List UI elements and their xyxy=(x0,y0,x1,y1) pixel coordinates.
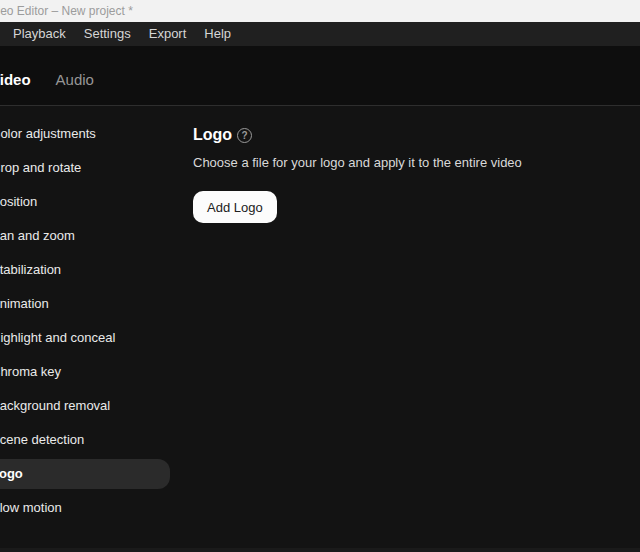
tab-video[interactable]: Video xyxy=(0,71,31,88)
sidebar-item-label: Scene detection xyxy=(0,423,84,457)
tab-audio[interactable]: Audio xyxy=(56,71,94,88)
menu-item-playback[interactable]: Playback xyxy=(4,22,75,46)
menu-item-help[interactable]: Help xyxy=(195,22,240,46)
tools-sidebar: Color adjustmentsCrop and rotatePosition… xyxy=(0,98,180,525)
sidebar-item-animation[interactable]: Animation xyxy=(0,287,180,321)
bottom-panel-edge xyxy=(0,548,640,552)
sidebar-item-label: Slow motion xyxy=(0,491,62,525)
sidebar-item-stabilization[interactable]: Stabilization xyxy=(0,253,180,287)
sidebar-item-label: Pan and zoom xyxy=(0,219,75,253)
sidebar-item-label: Position xyxy=(0,185,37,219)
panel-description: Choose a file for your logo and apply it… xyxy=(193,155,522,170)
help-icon[interactable]: ? xyxy=(237,128,252,143)
sidebar-item-label: Animation xyxy=(0,287,49,321)
panel-title: Logo xyxy=(193,126,232,144)
sidebar-item-background-removal[interactable]: Background removal xyxy=(0,389,180,423)
tab-bar: VideoAudio xyxy=(0,46,640,106)
sidebar-item-label: Stabilization xyxy=(0,253,61,287)
window-title-bar[interactable]: Video Editor – New project * xyxy=(0,0,640,22)
add-logo-button[interactable]: Add Logo xyxy=(193,191,277,223)
sidebar-item-label: Background removal xyxy=(0,389,110,423)
sidebar-item-crop-and-rotate[interactable]: Crop and rotate xyxy=(0,151,180,185)
sidebar-item-label: Color adjustments xyxy=(0,117,96,151)
menu-bar: PlaybackSettingsExportHelp xyxy=(0,22,640,46)
sidebar-item-logo[interactable]: Logo xyxy=(0,457,180,491)
sidebar-item-label: Logo xyxy=(0,457,23,491)
sidebar-item-chroma-key[interactable]: Chroma key xyxy=(0,355,180,389)
menu-item-export[interactable]: Export xyxy=(140,22,196,46)
sidebar-item-slow-motion[interactable]: Slow motion xyxy=(0,491,180,525)
sidebar-item-label: Highlight and conceal xyxy=(0,321,115,355)
sidebar-item-pan-and-zoom[interactable]: Pan and zoom xyxy=(0,219,180,253)
sidebar-item-label: Crop and rotate xyxy=(0,151,81,185)
sidebar-item-color-adjustments[interactable]: Color adjustments xyxy=(0,117,180,151)
sidebar-item-label: Chroma key xyxy=(0,355,61,389)
window-title: Video Editor – New project * xyxy=(0,0,133,22)
sidebar-item-scene-detection[interactable]: Scene detection xyxy=(0,423,180,457)
menu-item-settings[interactable]: Settings xyxy=(75,22,140,46)
sidebar-item-position[interactable]: Position xyxy=(0,185,180,219)
sidebar-item-highlight-and-conceal[interactable]: Highlight and conceal xyxy=(0,321,180,355)
